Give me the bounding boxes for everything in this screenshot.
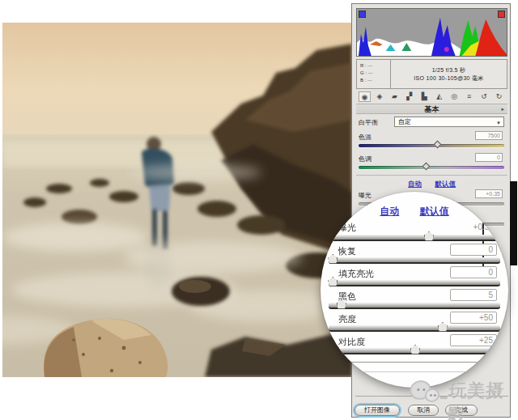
magnifier-inset: 自动 默认值 曝光 +0.35 恢复 0 填充亮光 0 黑色 5 亮度 +50 — [321, 192, 508, 388]
loupe-exposure-slider[interactable] — [329, 235, 500, 241]
tab-detail-icon[interactable]: ▰ — [388, 91, 401, 102]
watermark: 玩美摄影 — [409, 377, 518, 411]
tab-rotate-left-icon[interactable]: ↺ — [478, 91, 490, 102]
white-balance-label: 白平衡 — [359, 118, 378, 127]
exif-readout: 1/25 f/3.5 秒 ISO 100 30-105@30 毫米 — [391, 60, 507, 88]
panel-tab-strip: ◉ ◈ ▰ ▞ ▙ ◭ ◎ ≡ ↺ ↻ — [356, 91, 507, 103]
exposure-value[interactable]: +0.35 — [475, 189, 503, 198]
loupe-recovery-value[interactable]: 0 — [450, 244, 497, 256]
exif-line-1: 1/25 f/3.5 秒 — [432, 66, 466, 74]
loupe-brightness-value[interactable]: +50 — [450, 312, 497, 324]
panel-flyout-icon[interactable]: ▸ — [501, 104, 504, 114]
tab-tone-curve-icon[interactable]: ◈ — [373, 91, 385, 102]
loupe-fill-light-value[interactable]: 0 — [450, 266, 497, 278]
loupe-contrast-slider[interactable] — [329, 348, 500, 354]
tint-value[interactable]: 0 — [475, 153, 503, 162]
tab-hsl-icon[interactable]: ▞ — [403, 91, 415, 102]
loupe-brightness-slider-thumb[interactable] — [438, 322, 448, 332]
image-info-box: R : — G : — B : — 1/25 f/3.5 秒 ISO 100 3… — [356, 59, 507, 89]
highlight-clipping-indicator[interactable] — [498, 11, 505, 18]
chevron-down-icon: ▼ — [496, 119, 501, 128]
loupe-recovery-slider[interactable] — [329, 257, 500, 264]
loupe-contrast-slider-thumb[interactable] — [410, 345, 420, 354]
edge-shadow-artifact — [510, 181, 517, 265]
temperature-slider[interactable] — [359, 144, 504, 147]
beach-photo — [2, 23, 352, 377]
loupe-fill-light-slider[interactable] — [329, 280, 500, 286]
tab-split-toning-icon[interactable]: ▙ — [418, 91, 431, 102]
loupe-separator — [343, 362, 486, 363]
loupe-default-link[interactable]: 默认值 — [420, 206, 449, 217]
histogram-plot — [357, 9, 507, 56]
watermark-dash — [440, 397, 448, 399]
white-balance-select[interactable]: 自定 ▼ — [394, 117, 504, 127]
loupe-contrast-value[interactable]: +25 — [450, 334, 497, 346]
auto-link[interactable]: 自动 — [408, 180, 422, 188]
tab-rotate-right-icon[interactable]: ↻ — [493, 91, 505, 102]
loupe-brightness-label: 亮度 — [338, 313, 356, 325]
shadow-clipping-indicator[interactable] — [359, 11, 366, 18]
open-image-button[interactable]: 打开图像 — [355, 405, 400, 416]
photo-canvas — [2, 23, 352, 377]
loupe-fill-light-label: 填充亮光 — [338, 268, 374, 280]
rgb-readout: R : — G : — B : — — [357, 60, 391, 88]
loupe-brightness-slider[interactable] — [329, 325, 500, 332]
exif-line-2: ISO 100 30-105@30 毫米 — [414, 74, 483, 83]
tab-presets-icon[interactable]: ≡ — [463, 91, 475, 102]
default-link[interactable]: 默认值 — [435, 180, 456, 188]
panel-title: 基本 ▸ — [356, 104, 507, 114]
loupe-exposure-slider-thumb[interactable] — [424, 231, 434, 241]
tab-camera-calibration-icon[interactable]: ◎ — [448, 91, 461, 102]
temperature-label: 色温 — [359, 133, 372, 142]
screenshot-root: R : — G : — B : — 1/25 f/3.5 秒 ISO 100 3… — [0, 0, 518, 420]
temperature-value[interactable]: 7500 — [475, 131, 503, 140]
tint-slider-thumb[interactable] — [422, 163, 430, 171]
loupe-contrast-label: 对比度 — [338, 336, 365, 348]
divider — [356, 175, 507, 176]
tab-basic-icon[interactable]: ◉ — [359, 91, 371, 102]
loupe-recovery-label: 恢复 — [338, 245, 356, 257]
loupe-blacks-slider[interactable] — [329, 303, 500, 309]
tint-label: 色调 — [359, 155, 372, 163]
loupe-blacks-value[interactable]: 5 — [450, 289, 497, 301]
exposure-label: 曝光 — [359, 191, 372, 200]
loupe-separator-2 — [343, 371, 486, 372]
loupe-fill-light-slider-thumb[interactable] — [328, 277, 338, 286]
tint-slider[interactable] — [359, 166, 504, 169]
loupe-auto-link[interactable]: 自动 — [380, 206, 399, 217]
histogram — [356, 8, 507, 57]
loupe-recovery-slider-thumb[interactable] — [328, 254, 338, 264]
temperature-slider-thumb[interactable] — [434, 141, 442, 149]
tab-lens-correction-icon[interactable]: ◭ — [433, 91, 445, 102]
wechat-icon-small-bubble — [424, 388, 439, 402]
watermark-text: 玩美摄影 — [446, 379, 517, 420]
auto-default-links: 自动 默认值 — [356, 180, 507, 189]
